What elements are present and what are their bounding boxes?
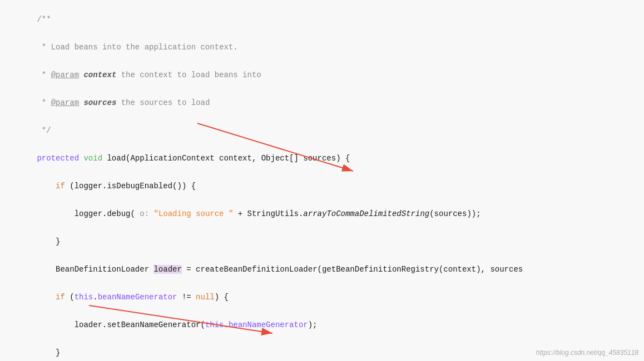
keyword-if: if: [56, 182, 65, 190]
keyword-protected: protected: [37, 154, 79, 163]
watermark: https://blog.csdn.net/qq_45835118: [536, 349, 638, 357]
code-line: protected void load(ApplicationContext c…: [0, 144, 644, 172]
comment-tag: @param: [51, 98, 79, 107]
keyword-void: void: [83, 154, 102, 163]
field-name: beanNameGenerator: [229, 320, 308, 329]
plain-text: .: [224, 320, 228, 329]
code-content: protected void load(ApplicationContext c…: [0, 145, 644, 172]
param-hint: o:: [140, 209, 149, 218]
comment-param-name: context: [83, 71, 116, 79]
code-line: logger.debug( o: "Loading source " + Str…: [0, 200, 644, 228]
code-content: }: [0, 228, 644, 255]
code-line: if (logger.isDebugEnabled()) {: [0, 172, 644, 200]
comment-text: *: [37, 71, 51, 79]
plain-text: logger.debug(: [37, 209, 140, 218]
keyword-null: null: [196, 293, 215, 302]
code-content: BeanDefinitionLoader loader = createBean…: [0, 256, 644, 283]
comment-text: the context to load beans into: [116, 71, 261, 79]
code-line: BeanDefinitionLoader loader = createBean…: [0, 255, 644, 283]
plain-text: );: [308, 320, 318, 329]
code-content: loader.setBeanNameGenerator(this.beanNam…: [0, 312, 644, 338]
code-content: /**: [0, 6, 644, 33]
code-content: * Load beans into the application contex…: [0, 34, 644, 61]
comment-tag: @param: [51, 71, 79, 79]
code-line: /**: [0, 6, 644, 33]
comment-text: the sources to load: [116, 98, 210, 107]
comment-text: * Load beans into the application contex…: [37, 43, 237, 52]
comment-param-name: sources: [83, 98, 116, 107]
plain-text: load(ApplicationContext context, Object[…: [102, 154, 350, 163]
code-line: * @param context the context to load bea…: [0, 61, 644, 89]
code-content: */: [0, 117, 644, 144]
comment-text: */: [37, 126, 51, 135]
string-literal: "Loading source ": [153, 209, 233, 218]
code-line: * Load beans into the application contex…: [0, 33, 644, 61]
plain-text: loader.setBeanNameGenerator(: [37, 320, 205, 329]
plain-text: BeanDefinitionLoader: [37, 265, 153, 274]
code-line: */: [0, 117, 644, 144]
plain-text: ) {: [215, 293, 229, 302]
code-line: loader.setBeanNameGenerator(this.beanNam…: [0, 311, 644, 339]
code-content: if (logger.isDebugEnabled()) {: [0, 173, 644, 199]
loader-highlight: loader: [153, 265, 181, 274]
method-call: arrayToCommaDelimitedString: [303, 209, 429, 218]
plain-text: [37, 182, 56, 190]
plain-text: (: [65, 293, 75, 302]
comment-text: *: [37, 98, 51, 107]
code-line: * @param sources the sources to load: [0, 89, 644, 117]
code-content: * @param context the context to load bea…: [0, 62, 644, 88]
plain-text: }: [37, 237, 60, 246]
plain-text: (sources));: [429, 209, 480, 218]
this-keyword: this: [75, 293, 93, 302]
code-content: * @param sources the sources to load: [0, 89, 644, 116]
code-content: if (this.beanNameGenerator != null) {: [0, 284, 644, 310]
plain-text: !=: [177, 293, 196, 302]
plain-text: }: [37, 348, 60, 357]
field-name: beanNameGenerator: [98, 293, 177, 302]
code-container: /** * Load beans into the application co…: [0, 0, 644, 361]
plain-text: = createBeanDefinitionLoader(getBeanDefi…: [182, 265, 523, 274]
comment-text: /**: [37, 15, 51, 24]
plain-text: + StringUtils.: [233, 209, 303, 218]
plain-text: .: [93, 293, 97, 302]
plain-text: (logger.isDebugEnabled()) {: [65, 182, 196, 190]
this-keyword: this: [205, 320, 224, 329]
keyword-if: if: [56, 293, 65, 302]
code-line: if (this.beanNameGenerator != null) {: [0, 283, 644, 311]
plain-text: [37, 293, 56, 302]
code-line: }: [0, 228, 644, 255]
code-content: logger.debug( o: "Loading source " + Str…: [0, 200, 644, 227]
